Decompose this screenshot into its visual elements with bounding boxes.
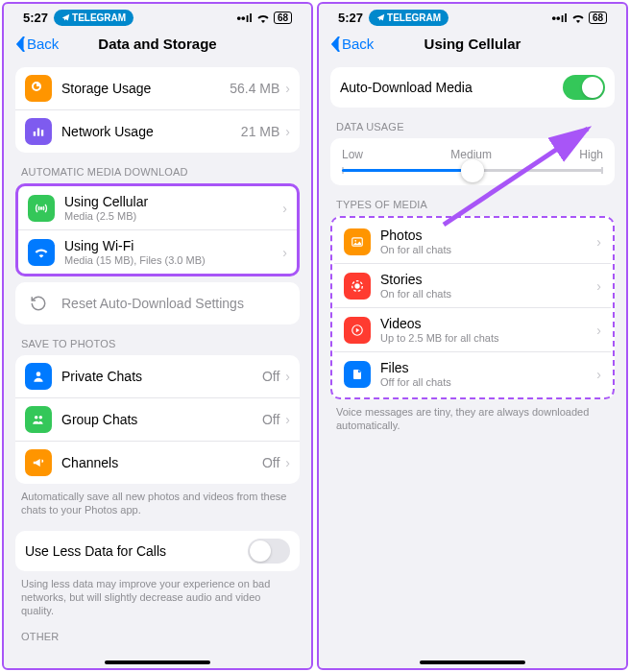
data-usage-slider[interactable] xyxy=(342,169,603,172)
less-data-toggle[interactable] xyxy=(248,539,290,564)
wifi-row-icon xyxy=(28,239,55,266)
videos-row[interactable]: Videos Up to 2.5 MB for all chats › xyxy=(334,308,611,352)
chevron-icon: › xyxy=(285,455,290,470)
status-bar: 5:27 TELEGRAM ••ıl 68 xyxy=(4,4,311,28)
chevron-icon: › xyxy=(282,245,287,260)
less-data-footer: Using less data may improve your experie… xyxy=(15,571,300,618)
auto-download-header: AUTOMATIC MEDIA DOWNLOAD xyxy=(15,153,300,183)
chevron-icon: › xyxy=(285,81,290,96)
signal-icon: ••ıl xyxy=(552,11,568,25)
nav-bar: Back Data and Storage xyxy=(4,28,311,60)
chevron-icon: › xyxy=(285,412,290,427)
slider-low-label: Low xyxy=(342,148,363,161)
svg-point-4 xyxy=(40,207,42,209)
photo-icon xyxy=(344,228,371,255)
wifi-icon xyxy=(256,13,270,23)
using-cellular-row[interactable]: Using Cellular Media (2.5 MB) › xyxy=(18,186,297,230)
save-to-photos-header: SAVE TO PHOTOS xyxy=(15,324,300,355)
auto-download-toggle[interactable] xyxy=(563,75,605,100)
channels-row[interactable]: Channels Off › xyxy=(15,442,300,484)
telegram-pill: TELEGRAM xyxy=(369,10,448,26)
battery-icon: 68 xyxy=(274,12,292,24)
stories-icon xyxy=(344,273,371,300)
video-icon xyxy=(344,317,371,344)
chevron-icon: › xyxy=(596,367,601,382)
home-indicator[interactable] xyxy=(420,660,525,664)
telegram-pill: TELEGRAM xyxy=(54,10,133,26)
network-usage-row[interactable]: Network Usage 21 MB › xyxy=(15,110,300,153)
chevron-icon: › xyxy=(596,278,601,294)
storage-icon xyxy=(25,75,52,102)
svg-point-6 xyxy=(35,416,38,420)
status-time: 5:27 xyxy=(338,11,363,25)
storage-usage-row[interactable]: Storage Usage 56.4 MB › xyxy=(15,67,300,110)
private-chats-row[interactable]: Private Chats Off › xyxy=(15,355,300,398)
wifi-icon xyxy=(571,13,585,23)
chevron-icon: › xyxy=(596,234,601,250)
svg-point-7 xyxy=(39,416,43,420)
chevron-icon: › xyxy=(596,323,601,338)
status-bar: 5:27 TELEGRAM ••ıl 68 xyxy=(319,4,626,28)
megaphone-icon xyxy=(25,449,52,476)
svg-point-9 xyxy=(354,239,356,241)
status-time: 5:27 xyxy=(23,11,48,25)
data-usage-slider-row: Low Medium High xyxy=(330,138,615,185)
svg-point-5 xyxy=(36,372,41,376)
using-wifi-row[interactable]: Using Wi-Fi Media (15 MB), Files (3.0 MB… xyxy=(18,230,297,274)
svg-rect-2 xyxy=(37,129,39,136)
slider-high-label: High xyxy=(579,148,603,161)
svg-rect-1 xyxy=(34,132,36,136)
chevron-icon: › xyxy=(285,369,290,384)
back-button[interactable]: Back xyxy=(15,36,59,52)
file-icon xyxy=(344,361,371,388)
right-screen: 5:27 TELEGRAM ••ıl 68 Back Using Cellula… xyxy=(317,2,628,670)
page-title: Data and Storage xyxy=(98,36,216,52)
files-row[interactable]: Files Off for all chats › xyxy=(334,352,611,396)
auto-download-media-row[interactable]: Auto-Download Media xyxy=(330,67,615,108)
chevron-icon: › xyxy=(282,201,287,216)
home-indicator[interactable] xyxy=(105,660,210,664)
use-less-data-row[interactable]: Use Less Data for Calls xyxy=(15,531,300,571)
svg-rect-3 xyxy=(41,130,43,135)
auto-download-group-highlight: Using Cellular Media (2.5 MB) › Using Wi… xyxy=(15,183,300,276)
page-title: Using Cellular xyxy=(424,36,521,52)
types-footer: Voice messages are tiny, they are always… xyxy=(330,399,615,433)
types-of-media-header: TYPES OF MEDIA xyxy=(330,185,615,216)
other-header: OTHER xyxy=(15,617,300,648)
group-icon xyxy=(25,406,52,433)
nav-bar: Back Using Cellular xyxy=(319,28,626,60)
types-of-media-highlight: Photos On for all chats › Stories On for… xyxy=(330,216,615,399)
group-chats-row[interactable]: Group Chats Off › xyxy=(15,398,300,442)
photos-row[interactable]: Photos On for all chats › xyxy=(334,220,611,264)
back-button[interactable]: Back xyxy=(330,36,374,52)
cellular-icon xyxy=(28,195,55,222)
person-icon xyxy=(25,363,52,390)
data-usage-header: DATA USAGE xyxy=(330,108,615,138)
stories-row[interactable]: Stories On for all chats › xyxy=(334,264,611,308)
save-footer: Automatically save all new photos and vi… xyxy=(15,484,300,517)
left-screen: 5:27 TELEGRAM ••ıl 68 Back Data and Stor… xyxy=(2,2,313,670)
reset-icon xyxy=(25,290,52,317)
network-icon xyxy=(25,118,52,145)
svg-point-11 xyxy=(355,284,359,288)
signal-icon: ••ıl xyxy=(237,11,253,25)
chevron-icon: › xyxy=(285,124,290,139)
battery-icon: 68 xyxy=(589,12,607,24)
reset-auto-download-row[interactable]: Reset Auto-Download Settings xyxy=(15,282,300,324)
